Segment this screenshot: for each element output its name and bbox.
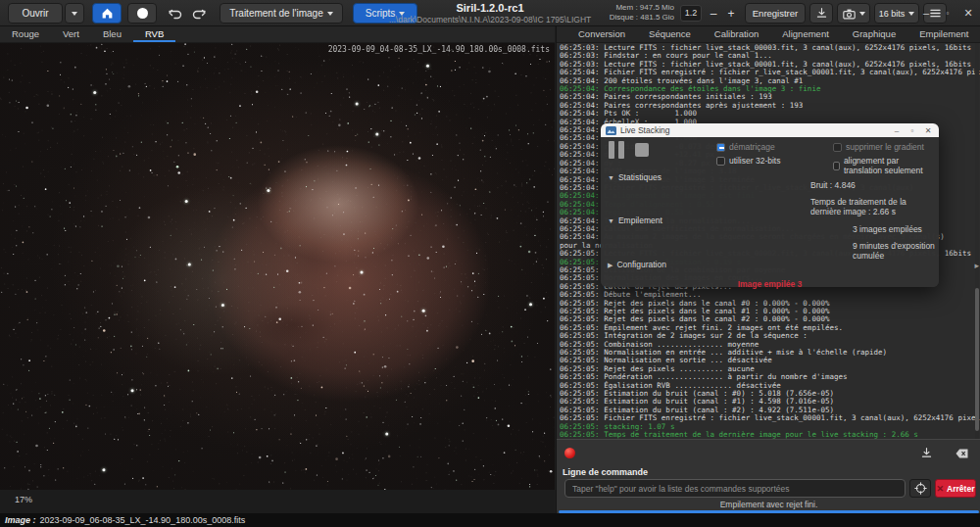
minimize-button[interactable]: – [917,4,935,22]
close-button[interactable]: ✕ [959,4,977,22]
chevron-down-icon [327,12,333,16]
tab-graphique[interactable]: Graphique [841,26,907,42]
checkbox-label: utiliser 32-bits [729,156,780,166]
zoom-value-field[interactable]: 1.2 [680,5,702,22]
stacking-expander[interactable]: ▼Empilement [608,216,662,225]
image-view[interactable]: 2023-09-09_04-08-35_LX_-14.90_180.00s_00… [0,43,555,490]
home-icon [101,7,114,20]
checkbox-translation-only[interactable]: alignement par translation seulement [833,156,939,175]
memory-label: Mem : 947.5 Mio [610,3,674,13]
undo-button[interactable] [165,4,186,23]
resource-usage: Mem : 947.5 Mio Disque : 481.5 Gio [610,3,674,23]
checkbox-use-32bits[interactable]: utiliser 32-bits [716,156,780,166]
open-button[interactable]: Ouvrir [8,3,63,24]
checkbox-remove-gradient[interactable]: supprimer le gradient [833,142,924,152]
open-dropdown-button[interactable] [65,3,84,24]
chevron-down-icon: ▼ [608,174,614,181]
stacked-image-status: Image empilée 3 [601,279,939,289]
dialog-title: Live Stacking [620,125,887,135]
x-icon: ✕ [937,484,945,494]
cumulative-exposure-value: 9 minutes d'exposition cumulée [853,241,939,261]
tab-alignement[interactable]: Alignement [770,26,841,42]
titlebar: Ouvrir Traitement de l'image Scripts [0,0,980,26]
window-title-block: Siril-1.2.0-rc1 ...\dark\Documents\N.I.N… [333,2,647,24]
image-processing-menu-button[interactable]: Traitement de l'image [220,3,343,24]
save-button[interactable]: Enregistrer [745,3,806,24]
window-subtitle: ...\dark\Documents\N.I.N.A\2023-09-08\IC… [333,15,647,24]
nebula-image [0,43,555,490]
siril-window: Ouvrir Traitement de l'image Scripts [0,0,980,527]
bit-depth-label: 16 bits [879,9,906,19]
configuration-label: Configuration [616,260,666,269]
tab-calibration[interactable]: Calibration [703,26,770,42]
tab-empilement[interactable]: Empilement [907,26,980,42]
processing-status-led [564,448,575,458]
dialog-body: dématriçage utiliser 32-bits supprimer l… [601,137,939,287]
image-zoom-percent: 17% [15,495,32,504]
open-button-label: Ouvrir [22,8,48,19]
pane-collapse-handle[interactable]: ▸ [974,261,979,270]
clear-console-button[interactable] [950,443,973,463]
image-pane: RougeVertBleuRVB 2023-09-09_04-08-35_LX_… [0,26,555,513]
stop-button[interactable] [635,143,649,157]
snapshot-button[interactable] [837,3,870,24]
checkbox-icon [716,157,725,166]
statistics-label: Statistiques [618,172,662,182]
processing-time-value: Temps de traitement de la dernière image… [810,197,939,216]
backspace-icon [955,448,969,459]
console-controls [557,439,980,465]
dialog-minimize-button[interactable]: – [891,126,903,135]
dialog-titlebar[interactable]: Live Stacking – ▫ ✕ [601,123,939,137]
redo-button[interactable] [188,4,210,23]
scrollbar-thumb[interactable] [975,288,979,430]
checkbox-icon [716,143,725,152]
record-button[interactable] [127,3,157,24]
image-filename-overlay: 2023-09-09_04-08-35_LX_-14.90_180.00s_00… [328,45,550,54]
configuration-expander[interactable]: ▶Configuration [608,260,666,269]
checkbox-icon [833,162,840,170]
undo-icon [168,7,183,20]
statusbar-image-label: Image : [5,515,36,525]
window-title: Siril-1.2.0-rc1 [333,2,647,14]
tab-vert[interactable]: Vert [51,26,91,42]
download-icon [920,447,933,459]
zoom-in-button[interactable]: + [723,4,739,23]
stacking-label: Empilement [618,216,662,225]
tab-rvb[interactable]: RVB [133,26,175,42]
checkbox-label: dématriçage [729,142,775,152]
statistics-expander[interactable]: ▼Statistiques [608,172,662,182]
export-log-button[interactable] [914,443,938,463]
circle-icon [137,8,148,19]
image-processing-label: Traitement de l'image [229,8,322,19]
dialog-maximize-button[interactable]: ▫ [906,126,918,135]
live-stacking-icon [606,126,616,135]
zoom-out-button[interactable]: – [706,4,721,23]
home-button[interactable] [92,3,122,24]
download-icon [815,7,828,20]
chevron-down-icon [72,12,77,16]
command-target-button[interactable] [909,479,931,498]
crosshair-icon [914,482,927,495]
checkbox-icon [833,143,842,152]
tab-bleu[interactable]: Bleu [91,26,133,42]
save-as-button[interactable] [809,3,833,24]
dialog-close-button[interactable]: ✕ [922,126,934,135]
tab-conversion[interactable]: Conversion [566,26,637,42]
restore-button[interactable]: ▫ [939,4,956,22]
save-button-label: Enregistrer [753,8,798,19]
redo-icon [191,7,207,20]
camera-icon [843,8,856,20]
images-stacked-value: 3 images empilées [853,224,922,234]
tab-rouge[interactable]: Rouge [0,26,51,42]
abort-button[interactable]: ✕ Arrêter [935,479,976,498]
tab-séquence[interactable]: Séquence [637,26,703,42]
chevron-down-icon [859,12,865,16]
command-input[interactable] [564,479,906,498]
console-scrollbar[interactable] [975,43,979,439]
pause-button[interactable] [609,141,628,159]
checkbox-debayer[interactable]: dématriçage [716,142,775,152]
command-line-label: Ligne de commande [563,467,648,477]
bit-depth-dropdown[interactable]: 16 bits [874,3,919,24]
pause-icon [618,141,624,159]
console-line: 06:25:05: Temps de traitement de la dern… [560,431,980,439]
